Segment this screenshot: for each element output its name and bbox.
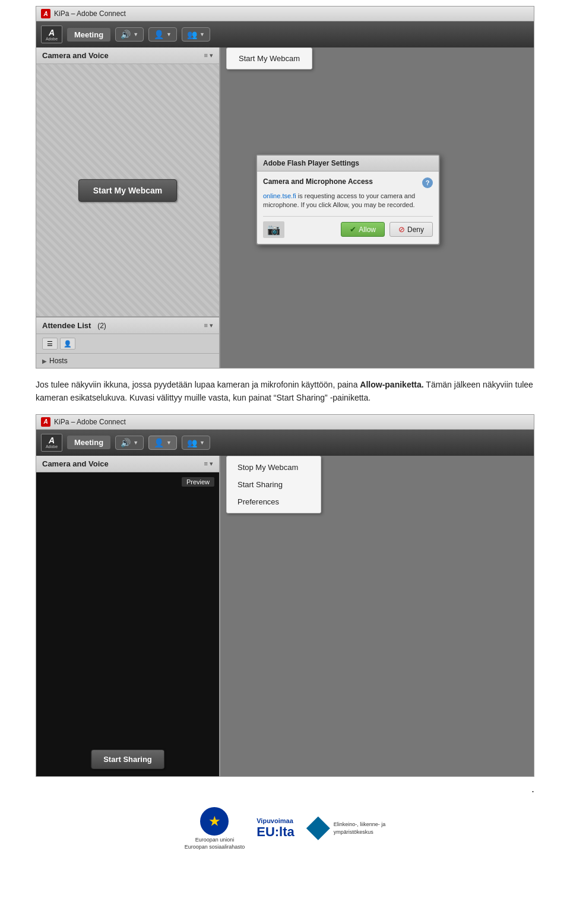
person-icon-1: 👤 bbox=[154, 30, 164, 39]
hosts-row-1: ▶ Hosts bbox=[36, 354, 219, 368]
flash-dialog-header-1: Camera and Microphone Access ? bbox=[263, 177, 433, 188]
attendee-menu-icon-1[interactable]: ≡ ▾ bbox=[204, 322, 213, 329]
flash-dialog-1: Adobe Flash Player Settings Camera and M… bbox=[256, 154, 440, 245]
allow-btn-1[interactable]: ✔ Allow bbox=[341, 222, 385, 237]
camera-voice-header-1: Camera and Voice ≡ ▾ bbox=[36, 47, 219, 64]
right-panel-1: Start My Webcam Adobe Flash Player Setti… bbox=[220, 47, 534, 368]
start-sharing-btn-2[interactable]: Start Sharing bbox=[91, 750, 164, 769]
footer: ★ Euroopan unioni Euroopan sosiaalirahas… bbox=[0, 795, 570, 868]
meeting-menu-1[interactable]: Meeting bbox=[67, 28, 110, 42]
titlebar-1: A KiPa – Adobe Connect bbox=[36, 7, 534, 21]
attendee-header-1: Attendee List (2) ≡ ▾ bbox=[36, 317, 219, 334]
adobe-logo-1: A Adobe bbox=[41, 26, 62, 43]
speaker-btn-1[interactable]: 🔊 ▼ bbox=[115, 27, 144, 42]
desc-before: Jos tulee näkyviin ikkuna, jossa pyydetä… bbox=[36, 380, 360, 389]
hosts-label-1: Hosts bbox=[49, 357, 68, 365]
camera-content-1: Start My Webcam bbox=[36, 64, 219, 316]
description-text: Jos tulee näkyviin ikkuna, jossa pyydetä… bbox=[36, 378, 534, 405]
titlebar-2: A KiPa – Adobe Connect bbox=[36, 415, 534, 430]
start-webcam-btn-1[interactable]: Start My Webcam bbox=[78, 179, 177, 202]
eu-lta-text: EU:lta bbox=[256, 824, 294, 840]
menubar-2: A Adobe Meeting 🔊 ▼ 👤 ▼ 👥 ▼ bbox=[36, 430, 534, 456]
speaker-arrow-1: ▼ bbox=[133, 31, 138, 37]
people-arrow-1: ▼ bbox=[200, 31, 205, 37]
people-btn-1[interactable]: 👥 ▼ bbox=[182, 27, 210, 42]
flash-bottom-1: 📷 ✔ Allow ⊘ Deny bbox=[263, 216, 433, 238]
app-icon-2: A bbox=[41, 417, 50, 427]
stop-webcam-menu-item-2[interactable]: Stop My Webcam bbox=[227, 459, 321, 476]
vipuvoimaa-logo: Vipuvoimaa EU:lta bbox=[256, 817, 294, 840]
camera-preview-content-2: Preview Start Sharing bbox=[36, 472, 219, 776]
person-arrow-2: ▼ bbox=[166, 440, 172, 446]
eu-stars: ★ bbox=[209, 814, 220, 828]
flash-link-1[interactable]: online.tse.fi bbox=[263, 192, 296, 199]
adobe-a-1: A bbox=[49, 28, 55, 37]
titlebar-text-2: KiPa – Adobe Connect bbox=[54, 418, 126, 426]
screenshot-1: A KiPa – Adobe Connect A Adobe Meeting 🔊… bbox=[36, 6, 534, 369]
adobe-a-2: A bbox=[49, 436, 55, 444]
speaker-btn-2[interactable]: 🔊 ▼ bbox=[115, 436, 144, 450]
elinkeino-logo: Elinkeino-, liikenne- ja ympäristökeskus bbox=[306, 817, 386, 840]
speaker-icon-1: 🔊 bbox=[121, 30, 131, 39]
people-icon-2: 👥 bbox=[187, 438, 197, 447]
eu-text-1: Euroopan unioni bbox=[195, 837, 235, 843]
meeting-menu-2[interactable]: Meeting bbox=[67, 436, 110, 449]
adobe-logo-2: A Adobe bbox=[41, 434, 62, 452]
flash-desc-1: online.tse.fi is requesting access to yo… bbox=[263, 192, 433, 210]
vipuvoimaa-text: Vipuvoimaa bbox=[256, 817, 293, 824]
titlebar-text-1: KiPa – Adobe Connect bbox=[54, 9, 126, 18]
preview-label-2: Preview bbox=[182, 477, 214, 487]
flash-buttons-1: ✔ Allow ⊘ Deny bbox=[341, 222, 433, 237]
hosts-arrow-1: ▶ bbox=[42, 358, 47, 364]
dropdown-menu-1: Start My Webcam bbox=[226, 47, 312, 69]
attendee-icons-1: ☰ 👤 bbox=[36, 334, 219, 354]
flash-camera-img-1: 📷 bbox=[263, 221, 284, 238]
end-dot: . bbox=[531, 783, 534, 795]
elinkeino-text: Elinkeino-, liikenne- ja ympäristökeskus bbox=[334, 821, 386, 836]
adobe-text-2: Adobe bbox=[46, 444, 58, 449]
panel-menu-icon-1[interactable]: ≡ ▾ bbox=[204, 52, 213, 59]
people-btn-2[interactable]: 👥 ▼ bbox=[182, 436, 210, 450]
left-panel-2: Camera and Voice ≡ ▾ Preview Start Shari… bbox=[36, 456, 220, 776]
person-btn-1[interactable]: 👤 ▼ bbox=[148, 27, 177, 42]
person-arrow-1: ▼ bbox=[166, 31, 172, 37]
eu-logo: ★ Euroopan unioni Euroopan sosiaalirahas… bbox=[185, 807, 245, 850]
flash-dialog-body-1: Camera and Microphone Access ? online.ts… bbox=[257, 172, 439, 244]
flash-dialog-title-1: Adobe Flash Player Settings bbox=[257, 155, 439, 172]
allow-check-icon-1: ✔ bbox=[350, 225, 356, 234]
preferences-menu-item-2[interactable]: Preferences bbox=[227, 493, 321, 510]
right-panel-2: Stop My Webcam Start Sharing Preferences bbox=[220, 456, 534, 776]
flash-heading-1: Camera and Microphone Access bbox=[263, 177, 373, 186]
main-area-1: Camera and Voice ≡ ▾ Start My Webcam Att… bbox=[36, 47, 534, 368]
person-icon-2: 👤 bbox=[154, 438, 164, 447]
menubar-1: A Adobe Meeting 🔊 ▼ 👤 ▼ 👥 ▼ bbox=[36, 21, 534, 47]
main-area-2: Camera and Voice ≡ ▾ Preview Start Shari… bbox=[36, 456, 534, 776]
person-btn-2[interactable]: 👤 ▼ bbox=[148, 436, 177, 450]
speaker-icon-2: 🔊 bbox=[121, 438, 131, 447]
attendee-panel-1: Attendee List (2) ≡ ▾ ☰ 👤 ▶ Hosts bbox=[36, 316, 219, 368]
flash-help-icon-1[interactable]: ? bbox=[422, 177, 433, 188]
deny-btn-1[interactable]: ⊘ Deny bbox=[390, 222, 433, 237]
dropdown-menu-2: Stop My Webcam Start Sharing Preferences bbox=[226, 456, 321, 513]
attendee-title-1: Attendee List (2) bbox=[42, 321, 106, 330]
app-icon-1: A bbox=[41, 9, 50, 18]
start-sharing-menu-item-2[interactable]: Start Sharing bbox=[227, 476, 321, 493]
speaker-arrow-2: ▼ bbox=[133, 440, 138, 446]
camera-voice-title-2: Camera and Voice bbox=[42, 459, 109, 468]
attendee-user-icon-1[interactable]: 👤 bbox=[60, 338, 75, 350]
adobe-text-1: Adobe bbox=[46, 37, 58, 41]
elinkeino-icon bbox=[306, 817, 330, 840]
camera-voice-header-2: Camera and Voice ≡ ▾ bbox=[36, 456, 219, 472]
left-panel-1: Camera and Voice ≡ ▾ Start My Webcam Att… bbox=[36, 47, 220, 368]
start-webcam-menu-item-1[interactable]: Start My Webcam bbox=[227, 50, 312, 66]
deny-circle-icon-1: ⊘ bbox=[398, 225, 405, 234]
eu-circle: ★ bbox=[200, 807, 229, 836]
people-arrow-2: ▼ bbox=[200, 440, 205, 446]
eu-text-2: Euroopan sosiaalirahasto bbox=[185, 844, 245, 850]
panel-menu-icon-2[interactable]: ≡ ▾ bbox=[204, 460, 213, 468]
screenshot-2: A KiPa – Adobe Connect A Adobe Meeting 🔊… bbox=[36, 414, 534, 777]
desc-bold: Allow-paniketta. bbox=[360, 380, 423, 389]
camera-voice-title-1: Camera and Voice bbox=[42, 51, 109, 60]
people-icon-1: 👥 bbox=[187, 30, 197, 39]
attendee-list-icon-1[interactable]: ☰ bbox=[42, 338, 58, 350]
